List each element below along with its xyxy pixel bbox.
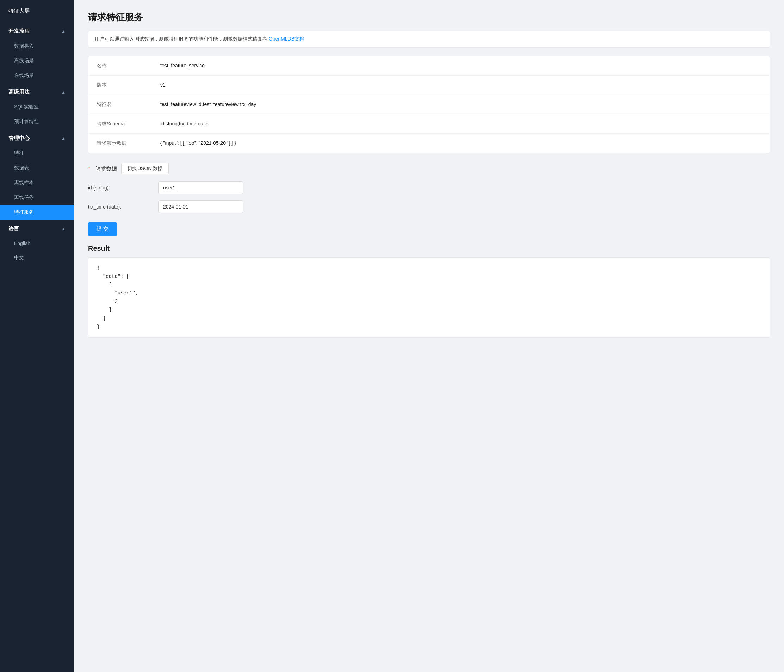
detail-row-feature-name: 特征名 test_featureview:id,test_featureview… — [89, 95, 770, 115]
chevron-up-icon: ▲ — [61, 227, 65, 232]
form-field-row-trx-time: trx_time (date): — [88, 201, 770, 213]
sidebar-section-dev-flow[interactable]: 开发流程 ▲ — [0, 22, 74, 39]
sidebar-item-sql-lab[interactable]: SQL实验室 — [0, 100, 74, 115]
detail-value-demo-data: { "input": [ [ "foo", "2021-05-20" ] ] } — [160, 140, 761, 146]
detail-row-demo-data: 请求演示数据 { "input": [ [ "foo", "2021-05-20… — [89, 134, 770, 153]
detail-label-demo-data: 请求演示数据 — [97, 140, 160, 146]
chevron-up-icon: ▲ — [61, 29, 65, 34]
id-input[interactable] — [159, 181, 243, 194]
detail-label-feature-name: 特征名 — [97, 101, 160, 108]
result-code: { "data": [ [ "user1", 2 ] ] } — [88, 257, 770, 338]
detail-row-version: 版本 v1 — [89, 76, 770, 95]
sidebar-item-precomputed-feature[interactable]: 预计算特征 — [0, 115, 74, 129]
sidebar-item-online-scene[interactable]: 在线场景 — [0, 68, 74, 83]
detail-value-name: test_feature_service — [160, 63, 761, 68]
trx-time-input[interactable] — [159, 201, 243, 213]
detail-row-name: 名称 test_feature_service — [89, 56, 770, 76]
request-form: * 请求数据 切换 JSON 数据 id (string): trx_time … — [88, 163, 770, 236]
sidebar-section-language[interactable]: 语言 ▲ — [0, 220, 74, 236]
sidebar: 特征大屏 开发流程 ▲ 数据导入 离线场景 在线场景 高级用法 ▲ SQL实验室… — [0, 0, 74, 672]
sidebar-item-feature-service[interactable]: 特征服务 — [0, 205, 74, 220]
main-content: 请求特征服务 用户可以通过输入测试数据，测试特征服务的功能和性能，测试数据格式请… — [74, 0, 784, 672]
trx-time-field-label: trx_time (date): — [88, 204, 159, 210]
sidebar-item-feature[interactable]: 特征 — [0, 146, 74, 160]
chevron-up-icon: ▲ — [61, 90, 65, 95]
detail-value-version: v1 — [160, 82, 761, 88]
sidebar-item-data-table[interactable]: 数据表 — [0, 160, 74, 176]
id-field-label: id (string): — [88, 185, 159, 191]
sidebar-item-chinese[interactable]: 中文 — [0, 250, 74, 265]
sidebar-item-english[interactable]: English — [0, 236, 74, 250]
detail-row-schema: 请求Schema id:string,trx_time:date — [89, 115, 770, 134]
info-banner: 用户可以通过输入测试数据，测试特征服务的功能和性能，测试数据格式请参考 Open… — [88, 31, 770, 48]
sidebar-section-admin[interactable]: 管理中心 ▲ — [0, 129, 74, 146]
sidebar-item-data-import[interactable]: 数据导入 — [0, 39, 74, 53]
required-star: * — [88, 165, 90, 172]
chevron-up-icon: ▲ — [61, 136, 65, 141]
detail-value-feature-name: test_featureview:id,test_featureview:trx… — [160, 101, 761, 107]
detail-label-name: 名称 — [97, 63, 160, 69]
result-section: Result { "data": [ [ "user1", 2 ] ] } — [88, 244, 770, 338]
detail-label-version: 版本 — [97, 82, 160, 89]
sidebar-item-offline-sample[interactable]: 离线样本 — [0, 176, 74, 190]
form-field-row-id: id (string): — [88, 181, 770, 194]
form-request-data-label: 请求数据 — [96, 165, 117, 172]
submit-button[interactable]: 提 交 — [88, 222, 117, 236]
detail-card: 名称 test_feature_service 版本 v1 特征名 test_f… — [88, 56, 770, 153]
sidebar-item-offline-scene[interactable]: 离线场景 — [0, 53, 74, 68]
detail-value-schema: id:string,trx_time:date — [160, 121, 761, 126]
switch-json-button[interactable]: 切换 JSON 数据 — [121, 163, 169, 174]
detail-label-schema: 请求Schema — [97, 121, 160, 127]
openmldb-doc-link[interactable]: OpenMLDB文档 — [269, 36, 304, 42]
sidebar-section-advanced[interactable]: 高级用法 ▲ — [0, 83, 74, 100]
form-row-header: * 请求数据 切换 JSON 数据 — [88, 163, 770, 174]
page-title: 请求特征服务 — [88, 11, 770, 23]
sidebar-item-feature-screen[interactable]: 特征大屏 — [0, 0, 74, 22]
sidebar-item-offline-task[interactable]: 离线任务 — [0, 190, 74, 205]
result-title: Result — [88, 244, 770, 252]
